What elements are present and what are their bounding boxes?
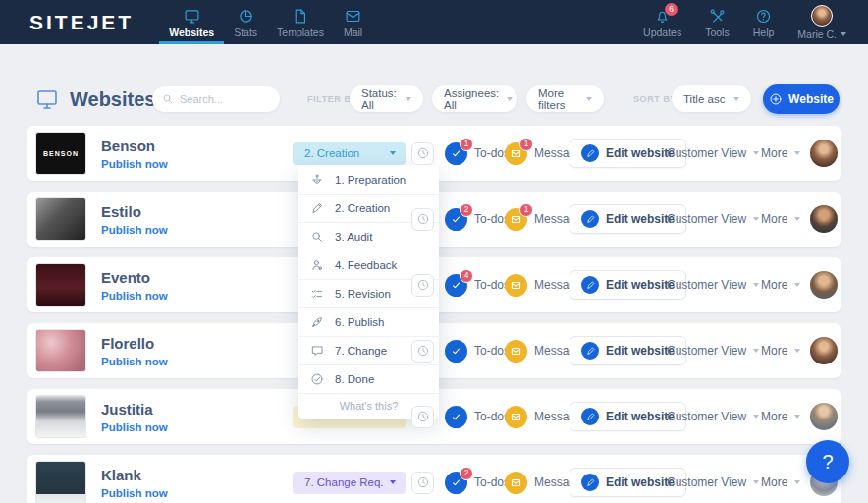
customer-view-dropdown[interactable]: Customer View [667, 455, 759, 503]
customer-view-dropdown[interactable]: Customer View [667, 126, 759, 181]
status-dropdown-trigger[interactable]: 2. Creation [293, 142, 406, 165]
website-thumbnail[interactable] [35, 329, 86, 372]
status-dropdown-trigger[interactable]: 7. Change Req. [293, 472, 406, 494]
more-dropdown[interactable]: More [761, 323, 800, 378]
main-nav: Websites Stats Templates Mail [159, 0, 372, 44]
messages-icon[interactable] [505, 340, 527, 363]
messages-icon[interactable] [505, 406, 527, 428]
todos-icon[interactable]: 2 [445, 208, 467, 231]
pencil-icon [581, 408, 599, 425]
assignees-filter-dropdown[interactable]: Assignees: All [432, 85, 517, 112]
chevron-down-icon [390, 151, 396, 155]
todos-badge: 2 [460, 467, 473, 480]
clock-icon [416, 475, 430, 489]
publish-now-link[interactable]: Publish now [101, 224, 168, 236]
website-name: Benson [101, 138, 155, 154]
updates-button[interactable]: 6 Updates [635, 0, 689, 44]
assignee-avatar[interactable] [810, 205, 838, 233]
messages-icon[interactable] [505, 274, 527, 297]
clock-icon [416, 212, 430, 226]
clock-icon [416, 344, 430, 358]
website-thumbnail[interactable] [35, 461, 86, 503]
schedule-clock-button[interactable] [411, 274, 434, 297]
website-thumbnail[interactable]: BENSON [35, 132, 86, 175]
chevron-down-icon [753, 480, 759, 484]
more-dropdown[interactable]: More [761, 455, 800, 503]
publish-now-link[interactable]: Publish now [101, 356, 168, 367]
chevron-down-icon [753, 349, 759, 353]
nav-tab-stats[interactable]: Stats [224, 0, 267, 44]
magnifier-icon [310, 230, 324, 244]
chevron-down-icon [794, 283, 800, 287]
messages-icon[interactable] [505, 472, 527, 494]
page-title-group: Websites [35, 84, 155, 115]
publish-now-link[interactable]: Publish now [101, 290, 168, 302]
assignee-avatar[interactable] [810, 403, 838, 430]
more-dropdown[interactable]: More [761, 192, 800, 247]
assignee-avatar[interactable] [810, 140, 838, 167]
sort-dropdown[interactable]: Title asc [672, 85, 751, 112]
user-name: Marie C. [797, 28, 837, 40]
todos-icon[interactable] [445, 340, 467, 363]
todos-icon[interactable]: 4 [445, 274, 467, 297]
rocket-icon [310, 315, 324, 329]
publish-now-link[interactable]: Publish now [101, 158, 168, 170]
status-filter-dropdown[interactable]: Status: All [350, 85, 423, 112]
todos-icon[interactable]: 2 [445, 472, 467, 494]
more-filters-dropdown[interactable]: More filters [526, 85, 604, 112]
customer-view-dropdown[interactable]: Customer View [667, 257, 759, 312]
search-icon [162, 93, 174, 105]
search-input[interactable] [180, 93, 268, 105]
mail-icon [345, 8, 361, 25]
chevron-down-icon [794, 480, 800, 484]
chevron-down-icon [794, 349, 800, 353]
todos-icon[interactable]: 1 [445, 142, 467, 165]
schedule-clock-button[interactable] [411, 406, 434, 428]
customer-view-dropdown[interactable]: Customer View [667, 389, 759, 444]
nav-tab-mail[interactable]: Mail [334, 0, 372, 44]
sitejet-logo[interactable]: SITEJET [29, 0, 134, 44]
checklist-icon [310, 287, 324, 301]
publish-now-link[interactable]: Publish now [101, 487, 168, 499]
more-dropdown[interactable]: More [761, 126, 800, 181]
help-fab-button[interactable]: ? [806, 440, 849, 483]
more-dropdown[interactable]: More [761, 257, 800, 312]
chevron-down-icon [753, 283, 759, 287]
website-name: Klank [101, 467, 141, 483]
chevron-down-icon [753, 151, 759, 155]
website-row-klank: Klank Publish now 7. Change Req. 2 To-do… [27, 455, 841, 503]
website-thumbnail[interactable] [35, 197, 86, 241]
tools-button[interactable]: Tools [697, 0, 737, 44]
speech-bubble-icon [310, 344, 324, 358]
website-thumbnail[interactable] [35, 395, 86, 438]
messages-icon[interactable]: 1 [505, 142, 527, 165]
help-nav-button[interactable]: Help [745, 0, 783, 44]
schedule-clock-button[interactable] [411, 340, 434, 363]
chevron-down-icon [753, 217, 759, 221]
assignee-avatar[interactable] [810, 337, 838, 364]
user-menu[interactable]: Marie C. [789, 0, 854, 44]
chevron-down-icon [794, 151, 800, 155]
publish-now-link[interactable]: Publish now [101, 421, 168, 433]
schedule-clock-button[interactable] [411, 208, 434, 231]
messages-icon[interactable]: 1 [505, 208, 527, 231]
search-field[interactable] [152, 86, 280, 112]
check-circle-icon [310, 372, 324, 386]
clock-icon [416, 146, 430, 160]
website-name: Florello [101, 335, 154, 352]
pie-chart-icon [238, 8, 254, 25]
schedule-clock-button[interactable] [411, 142, 434, 165]
crane-icon [310, 173, 324, 187]
nav-tab-templates[interactable]: Templates [267, 0, 334, 44]
add-website-button[interactable]: Website [763, 84, 840, 114]
more-dropdown[interactable]: More [761, 389, 800, 444]
schedule-clock-button[interactable] [411, 472, 434, 494]
customer-view-dropdown[interactable]: Customer View [667, 323, 759, 378]
assignee-avatar[interactable] [810, 271, 838, 299]
website-thumbnail[interactable] [35, 263, 86, 307]
nav-tab-websites[interactable]: Websites [159, 0, 224, 44]
todos-icon[interactable] [445, 406, 467, 428]
chevron-down-icon [794, 217, 800, 221]
customer-view-dropdown[interactable]: Customer View [667, 192, 759, 247]
website-name: Estilo [101, 203, 141, 220]
